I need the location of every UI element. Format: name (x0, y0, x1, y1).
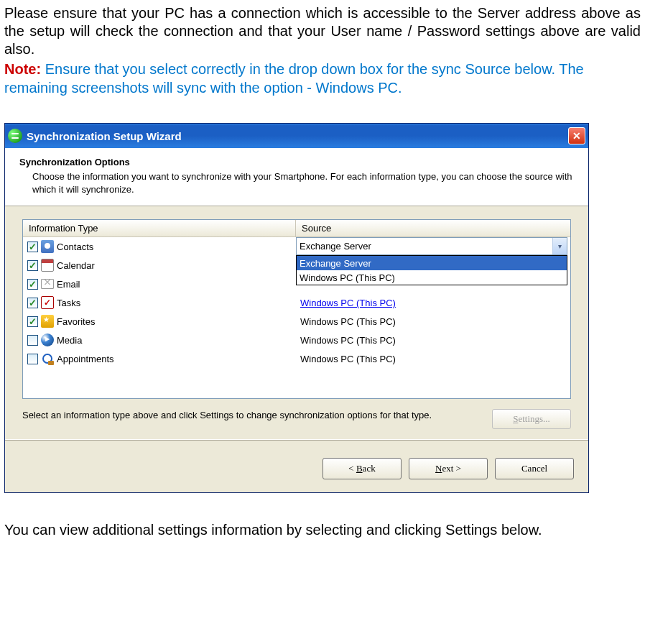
list-row-tasks[interactable]: Tasks Windows PC (This PC) (23, 293, 570, 312)
appointments-icon (41, 352, 54, 365)
dropdown-selected-text: Exchange Server (300, 241, 371, 252)
checkbox-email[interactable] (27, 279, 38, 290)
column-header-source[interactable]: Source (296, 220, 570, 236)
settings-button: Settings... (492, 409, 571, 429)
column-header-type[interactable]: Information Type (23, 220, 296, 236)
dropdown-option-windows-pc[interactable]: Windows PC (This PC) (297, 270, 567, 285)
intro-paragraph: Please ensure that your PC has a connect… (4, 4, 641, 58)
checkbox-appointments[interactable] (27, 354, 38, 364)
dropdown-list: Exchange Server Windows PC (This PC) (296, 255, 567, 285)
row-source: Windows PC (This PC) (296, 354, 570, 364)
tasks-icon (41, 296, 54, 309)
row-label: Email (57, 279, 80, 290)
row-label: Tasks (57, 298, 80, 308)
list-body: Contacts Calendar Em (23, 237, 570, 368)
titlebar: Synchronization Setup Wizard ✕ (5, 124, 588, 148)
row-label: Contacts (57, 242, 93, 252)
dropdown-option-exchange[interactable]: Exchange Server (297, 256, 567, 270)
window-title: Synchronization Setup Wizard (27, 130, 182, 142)
cancel-button[interactable]: Cancel (495, 458, 574, 479)
checkbox-favorites[interactable] (27, 316, 38, 327)
dropdown-selected[interactable]: Exchange Server ▾ (296, 237, 567, 255)
outro-paragraph: You can view additional settings informa… (4, 522, 641, 538)
list-header: Information Type Source (23, 220, 570, 237)
note-paragraph: Note: Ensure that you select correctly i… (4, 60, 641, 97)
next-button[interactable]: Next > (409, 458, 488, 479)
header-panel: Synchronization Options Choose the infor… (5, 148, 588, 206)
sync-wizard-window: Synchronization Setup Wizard ✕ Synchroni… (4, 123, 589, 493)
header-title: Synchronization Options (19, 157, 574, 167)
below-list-text: Select an information type above and cli… (22, 409, 478, 422)
checkbox-calendar[interactable] (27, 260, 38, 271)
row-source: Windows PC (This PC) (296, 335, 570, 346)
checkbox-media[interactable] (27, 335, 38, 346)
close-button[interactable]: ✕ (568, 127, 585, 144)
email-icon (41, 279, 54, 289)
list-row-media[interactable]: Media Windows PC (This PC) (23, 331, 570, 349)
chevron-down-icon[interactable]: ▾ (552, 238, 567, 254)
source-dropdown[interactable]: Exchange Server ▾ Exchange Server Window… (296, 237, 567, 285)
row-label: Media (57, 335, 82, 346)
below-list-area: Select an information type above and cli… (22, 409, 571, 429)
separator (5, 439, 588, 441)
media-icon (41, 334, 54, 346)
row-source-link[interactable]: Windows PC (This PC) (300, 298, 396, 308)
row-source: Windows PC (This PC) (296, 316, 570, 327)
sync-list: Information Type Source Contacts (22, 219, 571, 399)
calendar-icon (41, 259, 54, 272)
back-button[interactable]: < Back (322, 458, 402, 479)
checkbox-tasks[interactable] (27, 298, 38, 308)
sync-icon (8, 129, 22, 143)
header-description: Choose the information you want to synch… (32, 170, 574, 196)
row-label: Calendar (57, 260, 95, 271)
note-label: Note: (4, 61, 41, 77)
contacts-icon (41, 240, 54, 253)
row-label: Appointments (57, 354, 114, 364)
footer-buttons: < Back Next > Cancel (5, 448, 588, 492)
note-text: Ensure that you select correctly in the … (4, 61, 584, 96)
list-row-favorites[interactable]: Favorites Windows PC (This PC) (23, 312, 570, 331)
favorites-icon (41, 315, 54, 328)
checkbox-contacts[interactable] (27, 242, 38, 252)
body-panel: Information Type Source Contacts (5, 206, 588, 448)
row-label: Favorites (57, 316, 95, 327)
list-row-appointments[interactable]: Appointments Windows PC (This PC) (23, 349, 570, 368)
